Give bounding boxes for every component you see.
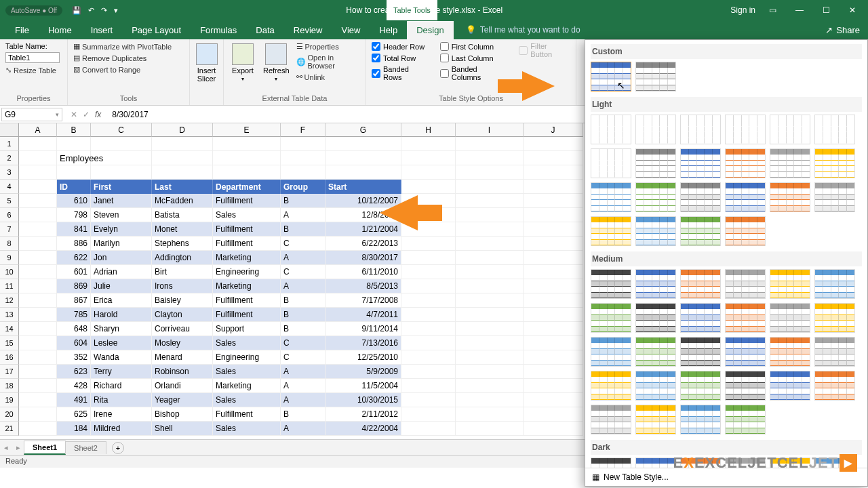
cell[interactable] <box>401 336 456 350</box>
cell[interactable]: Menard <box>152 350 213 365</box>
cell[interactable]: A <box>281 208 326 222</box>
cell[interactable]: Start <box>326 180 401 194</box>
cell[interactable] <box>401 251 456 265</box>
cell[interactable] <box>57 137 91 151</box>
table-style-thumb[interactable] <box>635 216 676 246</box>
new-sheet-button[interactable]: + <box>112 442 124 454</box>
cell[interactable] <box>19 422 57 436</box>
cell[interactable] <box>524 350 583 365</box>
cell[interactable] <box>524 208 583 222</box>
table-style-thumb[interactable] <box>814 371 855 401</box>
cell[interactable]: Fulfillment <box>213 407 281 422</box>
table-style-thumb[interactable] <box>814 115 855 144</box>
cell[interactable] <box>456 393 524 407</box>
col-header-C[interactable]: C <box>91 123 152 137</box>
cell[interactable]: Monet <box>152 222 213 237</box>
cell[interactable]: 9/11/2014 <box>326 322 401 336</box>
cell[interactable] <box>524 165 583 180</box>
cell[interactable] <box>401 293 456 308</box>
cell[interactable] <box>401 407 456 422</box>
table-style-thumb[interactable] <box>635 458 676 468</box>
cell[interactable]: 184 <box>57 422 91 436</box>
select-all-cell[interactable] <box>0 123 19 137</box>
cell[interactable] <box>401 308 456 322</box>
cell[interactable]: 352 <box>57 350 91 365</box>
cell[interactable]: 6/22/2013 <box>326 237 401 251</box>
banded-columns-checkbox[interactable] <box>440 69 449 78</box>
cell[interactable] <box>19 180 57 194</box>
row-header[interactable]: 7 <box>0 222 19 237</box>
cell[interactable] <box>19 279 57 293</box>
cell[interactable] <box>401 151 456 165</box>
cell[interactable]: B <box>281 194 326 208</box>
table-style-thumb[interactable] <box>770 148 810 178</box>
cell[interactable] <box>524 151 583 165</box>
cell[interactable]: 610 <box>57 194 91 208</box>
cell[interactable]: 869 <box>57 279 91 293</box>
cell[interactable]: 648 <box>57 322 91 336</box>
table-style-thumb[interactable] <box>591 216 631 246</box>
cell[interactable] <box>456 137 524 151</box>
cell[interactable]: Erica <box>91 293 152 308</box>
cell[interactable]: Stephens <box>152 237 213 251</box>
table-style-thumb[interactable] <box>591 405 631 434</box>
enter-formula-icon[interactable]: ✓ <box>83 110 90 119</box>
tab-home[interactable]: Home <box>39 21 81 39</box>
table-style-thumb[interactable] <box>591 115 631 144</box>
table-style-thumb[interactable] <box>725 371 766 401</box>
cell[interactable]: 867 <box>57 293 91 308</box>
cell[interactable] <box>456 222 524 237</box>
cell[interactable] <box>524 422 583 436</box>
cell[interactable] <box>524 180 583 194</box>
row-header[interactable]: 15 <box>0 336 19 350</box>
cell[interactable] <box>524 251 583 265</box>
cell[interactable]: Birt <box>152 265 213 279</box>
sheet-tab-2[interactable]: Sheet2 <box>65 441 106 454</box>
cell[interactable] <box>91 151 152 165</box>
col-header-G[interactable]: G <box>326 123 401 137</box>
row-header[interactable]: 4 <box>0 180 19 194</box>
table-style-thumb[interactable] <box>770 371 810 401</box>
col-header-F[interactable]: F <box>281 123 326 137</box>
cell[interactable]: Sharyn <box>91 322 152 336</box>
banded-rows-checkbox[interactable] <box>372 69 380 78</box>
cell[interactable] <box>456 194 524 208</box>
cell[interactable] <box>456 422 524 436</box>
minimize-icon[interactable]: — <box>790 5 809 15</box>
cell[interactable] <box>524 194 583 208</box>
row-header[interactable]: 6 <box>0 208 19 222</box>
cell[interactable]: Sales <box>213 208 281 222</box>
cell[interactable] <box>91 137 152 151</box>
close-icon[interactable]: ✕ <box>844 5 861 15</box>
cell[interactable]: 785 <box>57 308 91 322</box>
cell[interactable]: B <box>281 322 326 336</box>
table-style-thumb[interactable] <box>770 303 810 333</box>
cell[interactable]: McFadden <box>152 194 213 208</box>
cell[interactable] <box>326 165 401 180</box>
cell[interactable] <box>19 208 57 222</box>
cell[interactable] <box>524 308 583 322</box>
cell[interactable]: Sales <box>213 336 281 350</box>
insert-slicer-button[interactable]: Insert Slicer <box>195 42 218 84</box>
cell[interactable] <box>401 265 456 279</box>
table-style-thumb[interactable] <box>725 405 766 434</box>
cell[interactable]: Evelyn <box>91 222 152 237</box>
table-style-thumb[interactable] <box>680 148 721 178</box>
cell[interactable]: Marilyn <box>91 237 152 251</box>
table-style-thumb[interactable] <box>591 371 631 401</box>
cell[interactable] <box>19 151 57 165</box>
cell[interactable]: Engineering <box>213 265 281 279</box>
tellme-search[interactable]: 💡 Tell me what you want to do <box>466 25 580 35</box>
cell[interactable] <box>524 237 583 251</box>
cell[interactable]: 604 <box>57 336 91 350</box>
row-header[interactable]: 5 <box>0 194 19 208</box>
cell[interactable] <box>456 293 524 308</box>
cell[interactable] <box>401 165 456 180</box>
cell[interactable]: Robinson <box>152 365 213 379</box>
cell[interactable]: Addington <box>152 251 213 265</box>
cell[interactable] <box>401 365 456 379</box>
row-header[interactable]: 19 <box>0 393 19 407</box>
table-style-thumb[interactable] <box>635 62 676 92</box>
cell[interactable]: 622 <box>57 251 91 265</box>
table-style-thumb[interactable] <box>635 148 676 178</box>
